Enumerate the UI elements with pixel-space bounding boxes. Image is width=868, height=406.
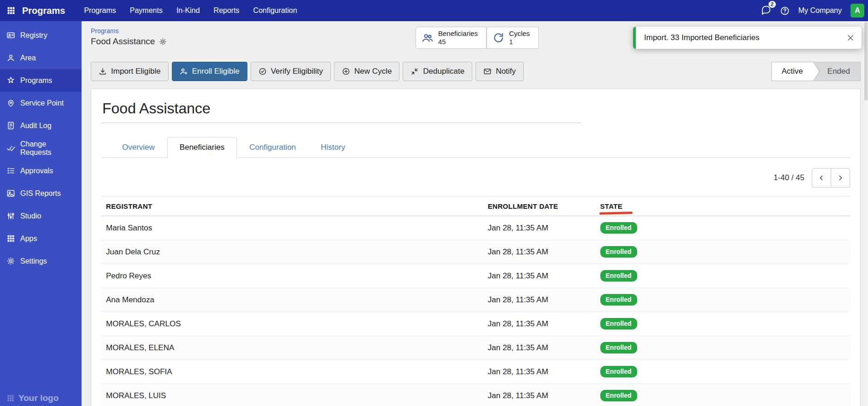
top-menu-item-payments[interactable]: Payments [123, 0, 170, 21]
apps-menu-button[interactable] [0, 0, 22, 21]
sidebar-item-settings[interactable]: Settings [0, 250, 82, 272]
sidebar-item-studio[interactable]: Studio [0, 205, 82, 227]
tab-beneficiaries[interactable]: Beneficiaries [167, 137, 237, 158]
merge-icon [411, 67, 419, 76]
help-icon[interactable] [780, 6, 790, 16]
company-menu[interactable]: My Company [798, 6, 842, 15]
table-row-morales-carlos[interactable]: MORALES, CARLOS Jan 28, 11:35 AM Enrolle… [101, 312, 850, 336]
messages-button[interactable]: 2 [761, 5, 771, 17]
tab-history[interactable]: History [308, 137, 358, 158]
envelope-icon [483, 67, 492, 76]
sidebar-item-change-requests[interactable]: Change Requests [0, 137, 82, 159]
cell-state: Enrolled [596, 288, 850, 312]
breadcrumb-gear-icon[interactable] [159, 38, 167, 46]
main-content: Programs Food Assistance Beneficiaries 4… [82, 21, 868, 406]
cell-state: Enrolled [596, 336, 850, 360]
sidebar-logo: Your logo [6, 393, 59, 403]
tab-overview[interactable]: Overview [110, 137, 167, 158]
table-row-morales-luis[interactable]: MORALES, LUIS Jan 28, 11:35 AM Enrolled [101, 384, 850, 406]
top-menu-item-programs[interactable]: Programs [77, 0, 123, 21]
topbar: Programs ProgramsPaymentsIn-KindReportsC… [0, 0, 868, 21]
breadcrumb: Programs Food Assistance [91, 27, 167, 47]
cell-enrollment-date: Jan 28, 11:35 AM [483, 264, 596, 288]
sparkles-icon [6, 76, 15, 85]
cell-state: Enrolled [596, 240, 850, 264]
topbar-right: 2 My Company A [761, 4, 868, 18]
sidebar-item-programs[interactable]: Programs [0, 69, 82, 92]
cell-state: Enrolled [596, 216, 850, 240]
cell-registrant: Pedro Reyes [101, 264, 483, 288]
cell-state: Enrolled [596, 264, 850, 288]
cell-state: Enrolled [596, 384, 850, 406]
tab-configuration[interactable]: Configuration [237, 137, 308, 158]
avatar[interactable]: A [850, 4, 864, 18]
apps-grid-icon [6, 6, 16, 15]
cell-registrant: Maria Santos [101, 216, 483, 240]
cell-registrant: MORALES, CARLOS [101, 312, 483, 336]
logo-icon [6, 394, 15, 402]
map-pin-icon [6, 99, 15, 107]
chevron-left-icon [818, 174, 825, 182]
checklist-icon [6, 166, 15, 175]
stage-tab-ended[interactable]: Ended [813, 62, 861, 81]
stat-button-cycles[interactable]: Cycles 1 [487, 27, 539, 49]
breadcrumb-parent[interactable]: Programs [91, 27, 167, 35]
beneficiaries-table: REGISTRANT ENROLLMENT DATE STATE Maria S… [101, 196, 850, 406]
table-row-maria-santos[interactable]: Maria Santos Jan 28, 11:35 AM Enrolled [101, 216, 850, 240]
scrollbar[interactable] [864, 21, 868, 406]
sidebar-item-registry[interactable]: Registry [0, 24, 82, 47]
table-row-morales-elena[interactable]: MORALES, ELENA Jan 28, 11:35 AM Enrolled [101, 336, 850, 360]
person-icon [6, 53, 15, 62]
action-button-new-cycle[interactable]: New Cycle [334, 62, 399, 81]
map-image-icon [6, 189, 15, 198]
logo-text: Your logo [18, 393, 59, 403]
cell-registrant: Juan Dela Cruz [101, 240, 483, 264]
sidebar-item-gis-reports[interactable]: GIS Reports [0, 182, 82, 205]
status-badge: Enrolled [600, 342, 637, 353]
cell-enrollment-date: Jan 28, 11:35 AM [483, 312, 596, 336]
table-row-ana-mendoza[interactable]: Ana Mendoza Jan 28, 11:35 AM Enrolled [101, 288, 850, 312]
sidebar-item-approvals[interactable]: Approvals [0, 159, 82, 182]
top-menu: ProgramsPaymentsIn-KindReportsConfigurat… [77, 0, 304, 21]
pager-prev-button[interactable] [812, 168, 831, 188]
sidebar-item-service-point[interactable]: Service Point [0, 92, 82, 114]
top-menu-item-in-kind[interactable]: In-Kind [170, 0, 207, 21]
scrollbar-thumb[interactable] [864, 22, 868, 100]
refresh-icon [493, 32, 504, 44]
stat-button-beneficiaries[interactable]: Beneficiaries 45 [416, 27, 487, 49]
apps-grid-icon [6, 234, 15, 243]
table-row-pedro-reyes[interactable]: Pedro Reyes Jan 28, 11:35 AM Enrolled [101, 264, 850, 288]
top-menu-item-configuration[interactable]: Configuration [246, 0, 304, 21]
column-header-state[interactable]: STATE [596, 196, 850, 216]
program-title-field[interactable]: Food Assistance [101, 100, 581, 123]
status-badge: Enrolled [600, 318, 637, 330]
sidebar-item-audit-log[interactable]: Audit Log [0, 114, 82, 137]
stage-tabs: ActiveEnded [771, 62, 861, 81]
breadcrumb-current: Food Assistance [91, 36, 155, 47]
stage-tab-active[interactable]: Active [771, 62, 814, 81]
top-menu-item-reports[interactable]: Reports [207, 0, 246, 21]
pager-next-button[interactable] [831, 168, 850, 188]
action-button-verify-eligibility[interactable]: Verify Eligibility [251, 62, 331, 81]
cell-registrant: MORALES, SOFIA [101, 360, 483, 384]
cell-registrant: MORALES, ELENA [101, 336, 483, 360]
action-button-deduplicate[interactable]: Deduplicate [403, 62, 472, 81]
cell-enrollment-date: Jan 28, 11:35 AM [483, 384, 596, 406]
action-button-import-eligible[interactable]: Import Eligible [91, 62, 169, 81]
table-row-juan-dela-cruz[interactable]: Juan Dela Cruz Jan 28, 11:35 AM Enrolled [101, 240, 850, 264]
status-badge: Enrolled [600, 390, 637, 401]
action-button-notify[interactable]: Notify [475, 62, 523, 81]
program-title[interactable]: Food Assistance [102, 100, 581, 117]
column-header-enrollment-date[interactable]: ENROLLMENT DATE [483, 196, 596, 216]
table-row-morales-sofia[interactable]: MORALES, SOFIA Jan 28, 11:35 AM Enrolled [101, 360, 850, 384]
id-card-icon [6, 31, 15, 40]
sidebar-item-apps[interactable]: Apps [0, 227, 82, 250]
pager: 1-40 / 45 [101, 168, 850, 188]
double-check-icon [6, 144, 15, 153]
column-header-registrant[interactable]: REGISTRANT [101, 196, 483, 216]
action-button-enroll-eligible[interactable]: Enroll Eligible [172, 62, 247, 81]
sidebar-item-area[interactable]: Area [0, 47, 82, 69]
app-title: Programs [22, 6, 65, 16]
cell-enrollment-date: Jan 28, 11:35 AM [483, 336, 596, 360]
toast-close-icon[interactable] [846, 33, 855, 42]
